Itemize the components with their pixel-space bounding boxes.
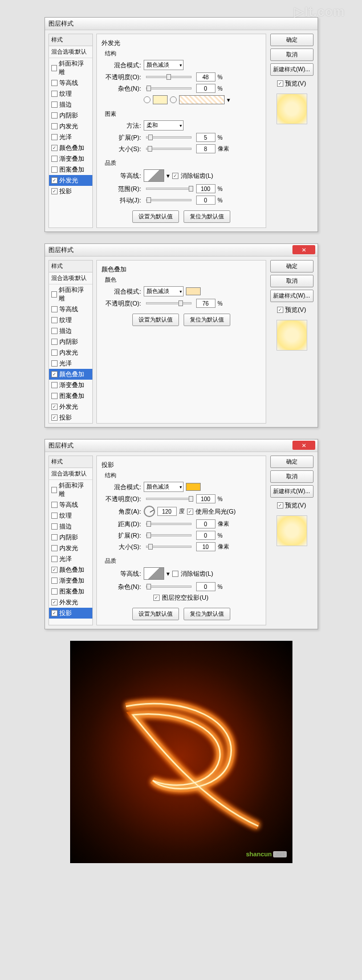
effect-item[interactable]: 渐变叠加 <box>49 153 92 164</box>
effect-checkbox[interactable] <box>51 393 58 399</box>
effect-checkbox[interactable] <box>51 588 58 595</box>
titlebar[interactable]: 图层样式 ✕ <box>45 244 318 257</box>
effect-checkbox[interactable] <box>51 291 58 298</box>
effect-checkbox[interactable] <box>51 371 58 377</box>
effect-item[interactable]: 内阴影 <box>49 336 92 347</box>
contour-picker[interactable] <box>144 567 164 580</box>
contour-picker[interactable] <box>144 169 164 182</box>
set-default-button[interactable]: 设置为默认值 <box>132 314 179 326</box>
antialias-checkbox[interactable] <box>172 173 178 179</box>
effect-item[interactable]: 等高线 <box>49 499 92 510</box>
effect-item[interactable]: 光泽 <box>49 132 92 143</box>
cancel-button[interactable]: 取消 <box>270 470 314 483</box>
reset-default-button[interactable]: 复位为默认值 <box>184 210 230 223</box>
spread-input[interactable] <box>196 531 215 540</box>
styles-header[interactable]: 样式 <box>49 261 92 273</box>
effect-item[interactable]: 描边 <box>49 326 92 336</box>
effect-checkbox[interactable] <box>51 80 58 86</box>
effect-item[interactable]: 投影 <box>49 186 92 197</box>
effect-checkbox[interactable] <box>51 123 58 129</box>
close-icon[interactable]: ✕ <box>292 245 315 254</box>
effect-item[interactable]: 斜面和浮雕 <box>49 284 92 304</box>
opacity-input[interactable] <box>196 494 215 503</box>
effect-item[interactable]: 描边 <box>49 521 92 532</box>
ok-button[interactable]: 确定 <box>270 260 314 273</box>
size-input[interactable] <box>196 542 215 551</box>
effect-item[interactable]: 斜面和浮雕 <box>49 58 92 78</box>
effect-item[interactable]: 纹理 <box>49 315 92 326</box>
set-default-button[interactable]: 设置为默认值 <box>132 210 179 223</box>
ok-button[interactable]: 确定 <box>270 456 314 468</box>
effect-checkbox[interactable] <box>51 523 58 530</box>
blend-options[interactable]: 混合选项:默认 <box>49 273 92 284</box>
angle-dial[interactable] <box>144 506 155 517</box>
size-slider[interactable] <box>146 546 192 548</box>
preview-checkbox[interactable] <box>277 502 283 509</box>
chevron-down-icon[interactable]: ▾ <box>166 570 170 578</box>
effect-item[interactable]: 外发光 <box>49 597 92 608</box>
preview-checkbox[interactable] <box>277 80 283 87</box>
shadow-color-swatch[interactable] <box>186 483 201 491</box>
effect-checkbox[interactable] <box>51 610 58 616</box>
effect-item[interactable]: 图案叠加 <box>49 391 92 401</box>
effect-item[interactable]: 内发光 <box>49 121 92 132</box>
global-light-checkbox[interactable] <box>187 509 193 515</box>
chevron-down-icon[interactable]: ▾ <box>227 96 230 104</box>
effect-checkbox[interactable] <box>51 404 58 410</box>
preview-checkbox[interactable] <box>277 307 283 313</box>
effect-item[interactable]: 外发光 <box>49 401 92 412</box>
effect-checkbox[interactable] <box>51 328 58 334</box>
set-default-button[interactable]: 设置为默认值 <box>132 608 179 620</box>
effect-item[interactable]: 渐变叠加 <box>49 380 92 391</box>
effect-checkbox[interactable] <box>51 545 58 551</box>
effect-checkbox[interactable] <box>51 578 58 584</box>
jitter-input[interactable] <box>196 196 215 205</box>
effect-checkbox[interactable] <box>51 487 58 493</box>
effect-checkbox[interactable] <box>51 339 58 345</box>
opacity-input[interactable] <box>196 72 215 82</box>
effect-item[interactable]: 渐变叠加 <box>49 575 92 586</box>
effect-item[interactable]: 图案叠加 <box>49 586 92 597</box>
effect-item[interactable]: 光泽 <box>49 554 92 564</box>
effect-checkbox[interactable] <box>51 360 58 367</box>
knockout-checkbox[interactable] <box>153 595 160 601</box>
effect-checkbox[interactable] <box>51 156 58 162</box>
color-swatch[interactable] <box>153 95 168 104</box>
effect-item[interactable]: 描边 <box>49 99 92 110</box>
angle-input[interactable] <box>157 507 177 516</box>
reset-default-button[interactable]: 复位为默认值 <box>184 314 230 326</box>
effect-checkbox[interactable] <box>51 91 58 97</box>
effect-item[interactable]: 颜色叠加 <box>49 143 92 153</box>
effect-checkbox[interactable] <box>51 306 58 312</box>
effect-checkbox[interactable] <box>51 65 58 71</box>
size-input[interactable] <box>196 144 215 153</box>
effect-checkbox[interactable] <box>51 112 58 119</box>
effect-checkbox[interactable] <box>51 166 58 173</box>
distance-slider[interactable] <box>146 523 192 525</box>
blend-options[interactable]: 混合选项:默认 <box>49 468 92 480</box>
cancel-button[interactable]: 取消 <box>270 48 314 61</box>
effect-checkbox[interactable] <box>51 134 58 140</box>
effect-item[interactable]: 内发光 <box>49 543 92 554</box>
effect-checkbox[interactable] <box>51 349 58 356</box>
effect-checkbox[interactable] <box>51 101 58 108</box>
reset-default-button[interactable]: 复位为默认值 <box>184 608 230 620</box>
opacity-slider[interactable] <box>146 76 192 78</box>
effect-item[interactable]: 图案叠加 <box>49 164 92 175</box>
blend-options[interactable]: 混合选项:默认 <box>49 46 92 58</box>
effect-item[interactable]: 光泽 <box>49 358 92 369</box>
effect-checkbox[interactable] <box>51 177 58 184</box>
effect-item[interactable]: 内阴影 <box>49 532 92 543</box>
effect-item[interactable]: 外发光 <box>49 175 92 186</box>
chevron-down-icon[interactable]: ▾ <box>166 172 170 180</box>
distance-input[interactable] <box>196 519 215 528</box>
overlay-color-swatch[interactable] <box>186 287 201 295</box>
effect-checkbox[interactable] <box>51 599 58 605</box>
effect-item[interactable]: 纹理 <box>49 88 92 99</box>
antialias-checkbox[interactable] <box>172 571 178 577</box>
size-slider[interactable] <box>146 148 192 150</box>
blend-mode-select[interactable]: 颜色减淡 <box>144 286 184 296</box>
noise-input[interactable] <box>196 84 215 93</box>
titlebar[interactable]: 图层样式 <box>45 18 318 30</box>
spread-slider[interactable] <box>146 136 192 139</box>
